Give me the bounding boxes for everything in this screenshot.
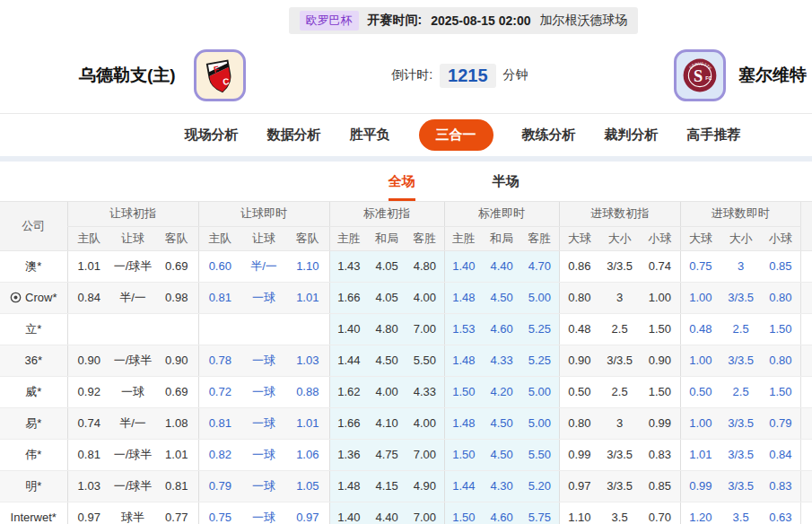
odds-cell: 4.05	[368, 250, 406, 282]
company-label: 36*	[24, 354, 42, 367]
company-column-header: 公司	[0, 202, 67, 250]
odds-cell: 0.90	[155, 345, 198, 376]
table-row: 明*1.03一/球半0.810.79一球1.051.484.154.901.44…	[0, 470, 812, 502]
odds-cell: 3/3.5	[599, 470, 640, 502]
odds-cell: 4.05	[368, 282, 406, 313]
odds-cell: 3/3.5	[720, 439, 761, 470]
odds-cell: 0.90	[67, 345, 110, 376]
odds-cell: 一球	[241, 345, 286, 376]
company-label: 立*	[25, 321, 41, 337]
company-label: Crow*	[25, 291, 57, 304]
subtab-1[interactable]: 全场	[389, 173, 415, 201]
odds-cell: 5.50	[520, 439, 559, 470]
company-cell: 立*	[0, 321, 67, 337]
odds-cell: 1.00	[680, 407, 720, 439]
odds-cell: 4.40	[368, 502, 406, 524]
company-name[interactable]: 伟*	[0, 439, 67, 470]
spacer-cell	[800, 376, 812, 407]
odds-cell: 5.00	[520, 282, 559, 313]
odds-cell: 4.60	[483, 502, 520, 524]
sub-header: 客队	[286, 226, 329, 250]
company-cell: 澳*	[0, 258, 67, 275]
spacer-cell	[800, 313, 812, 345]
company-name[interactable]: 易*	[0, 407, 67, 439]
odds-cell: 0.84	[761, 439, 800, 470]
odds-cell: 半/一	[241, 250, 286, 282]
odds-cell: 0.50	[559, 376, 599, 407]
odds-cell: 4.50	[368, 345, 406, 376]
nav-tab-7[interactable]: 高手推荐	[687, 127, 741, 144]
sub-header: 大球	[559, 226, 599, 250]
odds-cell: 1.00	[680, 282, 720, 313]
nav-tab-5[interactable]: 教练分析	[522, 127, 576, 144]
sub-header: 主胜	[329, 226, 368, 250]
nav-tab-2[interactable]: 数据分析	[267, 127, 321, 144]
odds-cell: 4.20	[483, 376, 520, 407]
odds-cell: 1.48	[329, 470, 368, 502]
match-info-bar: 欧罗巴杯 开赛时间: 2025-08-15 02:00 加尔根沃德球场	[0, 0, 812, 38]
away-team-name: 塞尔维特	[738, 64, 807, 87]
svg-text:FC: FC	[705, 75, 712, 81]
spacer-cell	[800, 470, 812, 502]
company-name[interactable]: 明*	[0, 470, 67, 502]
odds-cell: 4.70	[520, 250, 559, 282]
subtab-2[interactable]: 半场	[493, 173, 520, 201]
sub-header: 小球	[640, 226, 680, 250]
odds-cell: 球半	[110, 502, 155, 524]
league-badge: 欧罗巴杯	[300, 11, 359, 31]
odds-cell: 一/球半	[110, 345, 155, 376]
company-name[interactable]: 威*	[0, 376, 67, 407]
odds-cell: 0.72	[198, 376, 241, 407]
table-row: 立*1.404.807.001.534.605.250.482.51.500.4…	[0, 313, 812, 345]
company-name[interactable]: 澳*	[0, 250, 67, 282]
nav-tab-6[interactable]: 裁判分析	[605, 127, 659, 144]
odds-cell: 1.48	[444, 407, 483, 439]
odds-cell: 1.43	[329, 250, 368, 282]
sub-header: 主胜	[444, 226, 483, 250]
odds-cell: 1.08	[155, 407, 198, 439]
company-name[interactable]: 立*	[0, 313, 67, 345]
odds-cell: 1.66	[329, 282, 368, 313]
odds-cell: 0.81	[67, 439, 110, 470]
odds-cell: 1.40	[444, 250, 483, 282]
nav-tab-3[interactable]: 胜平负	[350, 127, 390, 144]
company-name[interactable]: Crow*	[0, 282, 67, 313]
sub-header: 客队	[155, 226, 198, 250]
company-name[interactable]: 36*	[0, 345, 67, 376]
company-cell: 易*	[0, 415, 67, 432]
nav-tabs: 现场分析数据分析胜平负三合一教练分析裁判分析高手推荐	[0, 113, 812, 156]
nav-tab-4[interactable]: 三合一	[419, 119, 493, 151]
odds-cell: 0.75	[198, 502, 241, 524]
sub-header: 让球	[110, 226, 155, 250]
odds-cell: 半/一	[110, 282, 155, 313]
odds-cell: 3.5	[599, 502, 640, 524]
odds-cell: 3	[599, 407, 640, 439]
odds-cell: 7.00	[406, 439, 444, 470]
home-team: 乌德勒支(主) F C	[79, 49, 246, 101]
odds-cell: 1.01	[286, 407, 329, 439]
odds-cell: 1.50	[444, 376, 483, 407]
nav-tab-1[interactable]: 现场分析	[185, 127, 239, 144]
odds-cell: 0.48	[559, 313, 599, 345]
countdown-value: 1215	[440, 64, 496, 88]
odds-cell: 0.75	[680, 250, 720, 282]
group-header-6: 进球数即时	[680, 202, 800, 226]
odds-cell: 0.48	[680, 313, 720, 345]
spacer-cell	[800, 345, 812, 376]
odds-cell: 4.90	[406, 470, 444, 502]
sub-header: 和局	[368, 226, 406, 250]
odds-cell: 1.50	[640, 376, 680, 407]
odds-cell: 1.06	[286, 439, 329, 470]
odds-cell: 3/3.5	[720, 345, 761, 376]
target-icon	[10, 292, 22, 303]
group-header-3: 标准初指	[329, 202, 444, 226]
odds-cell: 3/3.5	[720, 407, 761, 439]
odds-cell: 0.63	[761, 502, 800, 524]
company-cell: 伟*	[0, 447, 67, 463]
sub-header: 小球	[761, 226, 800, 250]
odds-cell: 0.77	[155, 502, 198, 524]
company-name[interactable]: Interwet*	[0, 502, 67, 524]
odds-cell: 0.84	[67, 282, 110, 313]
odds-cell: 1.00	[680, 345, 720, 376]
spacer-cell	[800, 282, 812, 313]
